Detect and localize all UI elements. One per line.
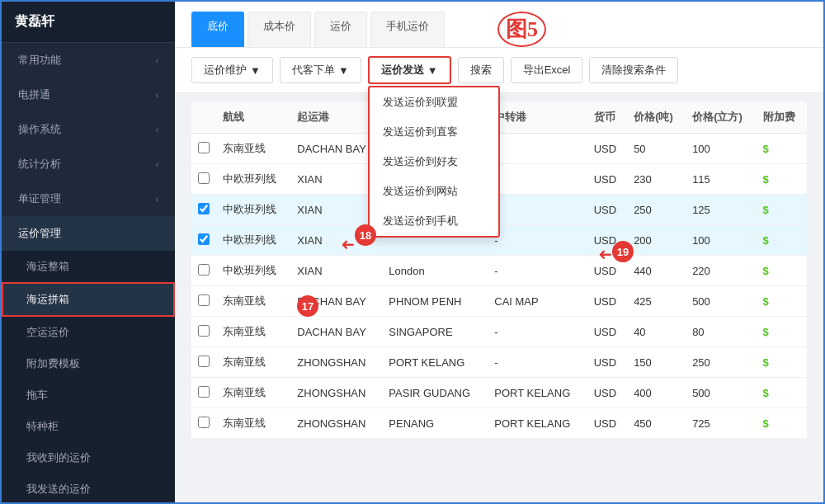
row-cell-route: 东南亚线 <box>216 317 290 347</box>
row-checkbox[interactable] <box>198 294 210 306</box>
clear-search-button[interactable]: 清除搜索条件 <box>589 57 678 83</box>
fasong-zhike[interactable]: 发送运价到直客 <box>370 117 498 147</box>
chevron-icon: ‹ <box>156 56 158 65</box>
row-cell-currency: USD <box>587 286 627 317</box>
row-checkbox-cell <box>191 256 216 286</box>
tab-chenben[interactable]: 成本价 <box>248 12 311 47</box>
row-cell-fee: $ <box>757 195 807 225</box>
row-cell-currency: USD <box>587 256 627 286</box>
row-cell-priceT: 250 <box>627 195 686 225</box>
row-checkbox[interactable] <box>198 264 210 276</box>
row-cell-route: 中欧班列线 <box>216 164 290 195</box>
table-row: 中欧班列线XIANLondon-USD440220$ <box>191 256 807 286</box>
yunjia-fasong-dropdown: 发送运价到联盟 发送运价到直客 发送运价到好友 发送运价到网站 发送运价到手机 <box>368 86 500 238</box>
row-checkbox[interactable] <box>198 233 210 245</box>
row-checkbox[interactable] <box>198 417 210 428</box>
row-cell-priceT: 50 <box>627 134 686 164</box>
sidebar-item-danzheng[interactable]: 单证管理 ‹ <box>2 181 175 216</box>
toolbar: 运价维护 ▼ 代客下单 ▼ 运价发送 ▼ 发送运价到联盟 发送运价到直客 发送运… <box>175 48 823 93</box>
row-checkbox[interactable] <box>198 325 210 337</box>
row-cell-transit: - <box>488 164 587 195</box>
row-cell-transit: PORT KELANG <box>488 408 587 439</box>
main-content: 底价 成本价 运价 手机运价 图5 运价维护 ▼ 代客下单 ▼ 运价发送 ▼ 发… <box>175 2 823 502</box>
row-cell-origin: ZHONGSHAN <box>290 347 382 378</box>
row-cell-priceC: 220 <box>686 256 756 286</box>
sidebar-item-caozuo[interactable]: 操作系统 ‹ <box>2 112 175 147</box>
chevron-icon: ‹ <box>156 91 158 100</box>
figure5-annotation: 图5 <box>497 12 546 47</box>
row-checkbox[interactable] <box>198 142 210 153</box>
row-cell-fee: $ <box>757 286 807 317</box>
fasong-lianmeng[interactable]: 发送运价到联盟 <box>370 87 498 117</box>
row-cell-priceC: 125 <box>686 195 756 225</box>
table-row: 东南亚线ZHONGSHANPENANGPORT KELANGUSD450725$ <box>191 408 807 439</box>
row-cell-origin: ZHONGSHAN <box>290 408 382 439</box>
sidebar-item-yunjia[interactable]: 运价管理 <box>2 216 175 251</box>
sidebar-sub-kongyun[interactable]: 空运运价 <box>2 317 175 348</box>
tab-bar: 底价 成本价 运价 手机运价 图5 <box>175 2 823 48</box>
row-cell-priceT: 150 <box>627 347 686 378</box>
row-cell-currency: USD <box>587 347 627 378</box>
sidebar-sub-haiyun-pinxiang[interactable]: 海运拼箱 <box>2 282 175 317</box>
yunjia-fasong-button[interactable]: 运价发送 ▼ <box>368 56 451 84</box>
row-checkbox-cell <box>191 317 216 347</box>
sidebar-item-dianpintong[interactable]: 电拼通 ‹ <box>2 78 175 112</box>
row-checkbox[interactable] <box>198 386 210 398</box>
row-cell-currency: USD <box>587 134 627 164</box>
row-cell-origin: DACHAN BAY <box>290 317 382 347</box>
fasong-haoyou[interactable]: 发送运价到好友 <box>370 147 498 177</box>
tab-yunjia[interactable]: 运价 <box>314 12 367 47</box>
row-cell-currency: USD <box>587 378 627 408</box>
tab-shouji[interactable]: 手机运价 <box>370 12 445 47</box>
table-row: 东南亚线DACHAN BAYSINGAPORE-USD4080$ <box>191 317 807 347</box>
row-cell-priceC: 500 <box>686 286 756 317</box>
row-cell-priceT: 230 <box>627 164 686 195</box>
search-button[interactable]: 搜索 <box>458 57 504 83</box>
row-cell-fee: $ <box>757 164 807 195</box>
row-checkbox[interactable] <box>198 203 210 214</box>
row-cell-fee: $ <box>757 408 807 439</box>
row-cell-transit: - <box>488 256 587 286</box>
sidebar-sub-tezhonggui[interactable]: 特种柜 <box>2 411 175 442</box>
chevron-icon: ‹ <box>156 125 158 134</box>
dropdown-arrow-icon: ▼ <box>250 64 261 77</box>
row-cell-origin: ZHONGSHAN <box>290 378 382 408</box>
chevron-icon: ‹ <box>156 160 158 169</box>
row-cell-priceT: 450 <box>627 408 686 439</box>
row-cell-origin: XIAN <box>290 256 382 286</box>
row-cell-transit: - <box>488 195 587 225</box>
row-checkbox[interactable] <box>198 356 210 367</box>
tab-dijia[interactable]: 底价 <box>191 12 244 47</box>
fasong-shouji[interactable]: 发送运价到手机 <box>370 206 498 236</box>
row-cell-dest: PHNOM PENH <box>382 286 488 317</box>
sidebar-logo: 黄磊轩 <box>2 2 175 43</box>
row-cell-fee: $ <box>757 134 807 164</box>
row-cell-currency: USD <box>587 408 627 439</box>
row-cell-priceC: 250 <box>686 347 756 378</box>
row-cell-route: 东南亚线 <box>216 134 290 164</box>
export-excel-button[interactable]: 导出Excel <box>511 57 583 83</box>
row-cell-route: 东南亚线 <box>216 378 290 408</box>
table-row: 东南亚线DACHAN BAYPHNOM PENHCAI MAPUSD425500… <box>191 286 807 317</box>
row-cell-priceC: 100 <box>686 225 756 256</box>
sidebar-sub-tuoche[interactable]: 拖车 <box>2 379 175 411</box>
col-currency: 货币 <box>587 101 627 134</box>
row-cell-dest: SINGAPORE <box>382 317 488 347</box>
row-checkbox-cell <box>191 408 216 439</box>
yunjia-weihu-button[interactable]: 运价维护 ▼ <box>191 57 273 83</box>
row-checkbox-cell <box>191 225 216 256</box>
sidebar-sub-haiyun-zhengxiang[interactable]: 海运整箱 <box>2 251 175 282</box>
fasong-wangzhan[interactable]: 发送运价到网站 <box>370 177 498 206</box>
sidebar-sub-fasong[interactable]: 我发送的运价 <box>2 473 175 504</box>
daike-xiadan-button[interactable]: 代客下单 ▼ <box>280 57 361 83</box>
row-cell-route: 东南亚线 <box>216 286 290 317</box>
row-checkbox-cell <box>191 195 216 225</box>
sidebar-item-changyong[interactable]: 常用功能 ‹ <box>2 43 175 78</box>
sidebar-sub-fujia[interactable]: 附加费模板 <box>2 348 175 379</box>
col-route: 航线 <box>216 101 290 134</box>
row-checkbox[interactable] <box>198 172 210 184</box>
sidebar-item-tongji[interactable]: 统计分析 ‹ <box>2 147 175 181</box>
yunjia-fasong-wrapper: 运价发送 ▼ 发送运价到联盟 发送运价到直客 发送运价到好友 发送运价到网站 发… <box>368 56 451 84</box>
sidebar-sub-menu: 海运整箱 海运拼箱 空运运价 附加费模板 拖车 特种柜 我收到的运价 我发送的运… <box>2 251 175 504</box>
sidebar-sub-shoudao[interactable]: 我收到的运价 <box>2 442 175 473</box>
